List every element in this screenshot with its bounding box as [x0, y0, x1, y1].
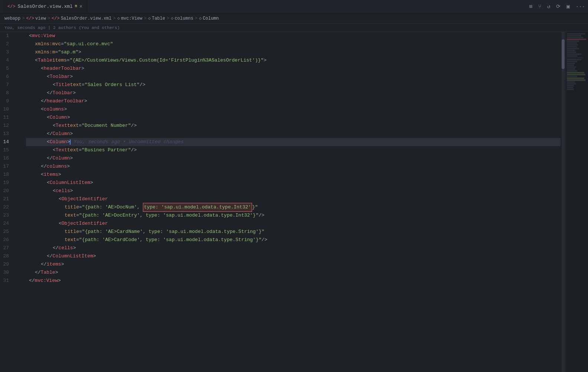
breadcrumb-view[interactable]: </> view	[26, 16, 46, 21]
code-line-28: </ColumnListItem>	[26, 252, 561, 260]
remote-explorer-icon[interactable]: ⊞	[529, 3, 532, 10]
minimap	[566, 32, 588, 372]
line-number-9: 9	[0, 97, 12, 105]
code-line-3: xmlns:m="sap.m">	[26, 48, 561, 56]
editor-tab[interactable]: </> SalesOrder.view.xml M ×	[3, 0, 87, 13]
code-line-21: <ObjectIdentifier	[26, 195, 561, 203]
line-number-7: 7	[0, 81, 12, 89]
more-actions-icon[interactable]: ···	[576, 4, 585, 10]
line-number-23: 23	[0, 211, 12, 220]
code-line-13: </Column>	[26, 130, 561, 138]
breadcrumb: webapp > </> view > </> SalesOrder.view.…	[0, 13, 588, 24]
code-line-31: </mvc:View>	[26, 277, 561, 285]
line-number-12: 12	[0, 122, 12, 130]
code-line-6: <Toolbar>	[26, 73, 561, 81]
line-number-2: 2	[0, 40, 12, 48]
line-number-3: 3	[0, 48, 12, 56]
breadcrumb-column[interactable]: ◇ Column	[199, 16, 219, 21]
code-line-25: title="{path: 'AE>CardName', type: 'sap.…	[26, 228, 561, 236]
line-number-20: 20	[0, 187, 12, 195]
line-number-21: 21	[0, 195, 12, 203]
code-line-14: <Column>You, seconds ago • Uncommitted c…	[26, 138, 561, 146]
code-line-26: text="{path: 'AE>CardCode', type: 'sap.u…	[26, 236, 561, 244]
line-number-gutter: 1234567891011121314151617181920212223242…	[0, 32, 26, 372]
ghost-text: You, seconds ago • Uncommitted changes	[74, 138, 183, 146]
line-number-10: 10	[0, 105, 12, 113]
scrollbar-track	[562, 32, 565, 372]
breadcrumb-salesorder[interactable]: </> SalesOrder.view.xml	[52, 16, 111, 21]
git-blame-text: You, seconds ago | 2 authors (You and ot…	[4, 25, 120, 30]
editor-area: 1234567891011121314151617181920212223242…	[0, 32, 588, 372]
line-number-1: 1	[0, 32, 12, 40]
line-number-6: 6	[0, 73, 12, 81]
line-number-4: 4	[0, 56, 12, 65]
title-bar: </> SalesOrder.view.xml M × ⊞ ⑂ ↺ ⟳ ▣ ··…	[0, 0, 588, 13]
line-number-18: 18	[0, 171, 12, 179]
breadcrumb-columns[interactable]: ◇ columns	[171, 16, 193, 21]
line-number-31: 31	[0, 277, 12, 285]
line-number-25: 25	[0, 228, 12, 236]
line-number-8: 8	[0, 89, 12, 97]
line-number-24: 24	[0, 220, 12, 228]
code-line-16: </Column>	[26, 154, 561, 162]
code-editor[interactable]: <mvc:Viewxmlns:mvc="sap.ui.core.mvc"xmln…	[26, 32, 561, 372]
refresh-icon[interactable]: ⟳	[556, 3, 561, 10]
git-blame-info: You, seconds ago | 2 authors (You and ot…	[0, 24, 588, 32]
xml-icon: </>	[7, 4, 16, 9]
code-line-22: title="{path: 'AE>DocNum', type: 'sap.ui…	[26, 203, 561, 211]
code-line-15: <Text text="Busines Partner"/>	[26, 146, 561, 154]
line-number-5: 5	[0, 65, 12, 73]
code-line-27: </cells>	[26, 244, 561, 252]
code-line-30: </Table>	[26, 269, 561, 277]
code-line-20: <cells>	[26, 187, 561, 195]
layout-icon[interactable]: ▣	[566, 3, 569, 10]
code-line-12: <Text text="Document Number"/>	[26, 122, 561, 130]
code-line-10: <columns>	[26, 105, 561, 113]
breadcrumb-webapp[interactable]: webapp	[4, 16, 20, 21]
line-number-11: 11	[0, 113, 12, 122]
line-number-30: 30	[0, 269, 12, 277]
code-line-29: </items>	[26, 260, 561, 269]
line-number-15: 15	[0, 146, 12, 154]
line-number-22: 22	[0, 203, 12, 211]
code-line-19: <ColumnListItem>	[26, 179, 561, 187]
code-line-5: <headerToolbar>	[26, 65, 561, 73]
title-bar-actions: ⊞ ⑂ ↺ ⟳ ▣ ···	[529, 3, 585, 10]
tab-modified-indicator: M	[75, 4, 77, 9]
code-line-1: <mvc:View	[26, 32, 561, 40]
code-line-24: <ObjectIdentifier	[26, 220, 561, 228]
tab-filename: SalesOrder.view.xml	[18, 4, 73, 9]
code-line-2: xmlns:mvc="sap.ui.core.mvc"	[26, 40, 561, 48]
line-number-19: 19	[0, 179, 12, 187]
line-number-29: 29	[0, 260, 12, 269]
scrollbar-thumb[interactable]	[562, 39, 565, 69]
branch-icon[interactable]: ⑂	[538, 4, 541, 10]
line-number-17: 17	[0, 162, 12, 171]
vertical-scrollbar[interactable]	[561, 32, 566, 372]
line-number-14: 14	[0, 138, 12, 146]
line-numbers-column: 1234567891011121314151617181920212223242…	[0, 32, 16, 285]
code-line-8: </Toolbar>	[26, 89, 561, 97]
line-number-26: 26	[0, 236, 12, 244]
code-line-7: <Title text="Sales Orders List"/>	[26, 81, 561, 89]
sync-icon[interactable]: ↺	[547, 3, 550, 10]
code-line-4: <Table items="{AE>/CustomViews/Views.Cus…	[26, 56, 561, 65]
line-number-16: 16	[0, 154, 12, 162]
code-line-18: <items>	[26, 171, 561, 179]
line-number-28: 28	[0, 252, 12, 260]
breadcrumb-table[interactable]: ◇ Table	[148, 16, 165, 21]
tab-close-button[interactable]: ×	[79, 4, 82, 10]
breadcrumb-mvcview[interactable]: ◇ mvc:View	[117, 16, 143, 21]
code-line-17: </columns>	[26, 162, 561, 171]
code-line-11: <Column>	[26, 113, 561, 122]
text-cursor	[70, 139, 71, 145]
code-line-23: text="{path: 'AE>DocEntry', type: 'sap.u…	[26, 211, 561, 220]
code-line-9: </headerToolbar>	[26, 97, 561, 105]
line-number-27: 27	[0, 244, 12, 252]
line-number-13: 13	[0, 130, 12, 138]
